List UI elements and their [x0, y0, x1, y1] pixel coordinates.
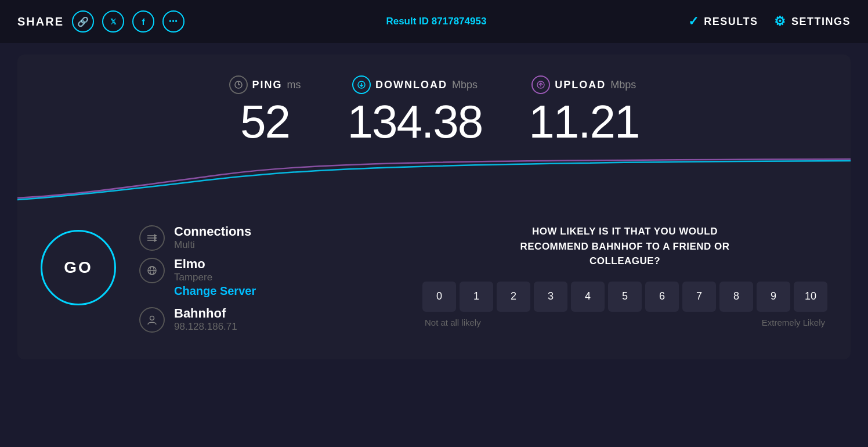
upload-value: 11.21 [529, 99, 639, 145]
server-info: Connections Multi Elmo Tampere Change Se… [139, 218, 399, 338]
stats-row: PING ms 52 DOWNLOAD Mbps 134.38 [17, 55, 851, 154]
nps-question: HOW LIKELY IS IT THAT YOU WOULD RECOMMEN… [422, 224, 827, 269]
ping-block: PING ms 52 [229, 75, 301, 145]
isp-icon [139, 307, 165, 333]
isp-label: Bahnhof [174, 306, 237, 321]
nps-7[interactable]: 7 [682, 282, 716, 312]
ping-unit: ms [287, 79, 301, 91]
nps-9[interactable]: 9 [757, 282, 790, 312]
connections-text: Connections Multi [174, 224, 251, 251]
link-icon[interactable]: 🔗 [72, 10, 94, 33]
ping-icon [229, 75, 248, 94]
top-right: ✓ RESULTS ⚙ SETTINGS [688, 14, 851, 29]
go-button[interactable]: GO [41, 230, 116, 305]
nps-1[interactable]: 1 [460, 282, 493, 312]
share-section: SHARE 🔗 𝕏 f ••• [17, 10, 185, 33]
results-icon: ✓ [688, 14, 700, 29]
go-label: GO [64, 258, 93, 277]
nps-8[interactable]: 8 [719, 282, 753, 312]
host-row: Elmo Tampere Change Server [139, 257, 399, 300]
download-value: 134.38 [348, 99, 483, 145]
nps-label-high: Extremely Likely [762, 318, 825, 327]
nps-label-low: Not at all likely [425, 318, 481, 327]
more-icon[interactable]: ••• [162, 10, 185, 33]
host-text: Elmo Tampere Change Server [174, 257, 256, 300]
download-block: DOWNLOAD Mbps 134.38 [348, 75, 483, 145]
connections-label: Connections [174, 224, 251, 239]
download-header: DOWNLOAD Mbps [352, 75, 478, 94]
results-button[interactable]: ✓ RESULTS [688, 14, 758, 29]
upload-unit: Mbps [610, 79, 636, 91]
share-label: SHARE [17, 15, 64, 28]
upload-icon [531, 75, 550, 94]
upload-label: UPLOAD [555, 79, 606, 91]
nps-labels: Not at all likely Extremely Likely [422, 318, 827, 327]
upload-header: UPLOAD Mbps [531, 75, 636, 94]
settings-button[interactable]: ⚙ SETTINGS [774, 14, 851, 29]
isp-text: Bahnhof 98.128.186.71 [174, 306, 237, 333]
facebook-icon[interactable]: f [132, 10, 154, 33]
nps-5[interactable]: 5 [608, 282, 642, 312]
nps-2[interactable]: 2 [497, 282, 530, 312]
download-label: DOWNLOAD [375, 79, 447, 91]
isp-row: Bahnhof 98.128.186.71 [139, 306, 399, 333]
nps-10[interactable]: 10 [794, 282, 827, 312]
host-location: Tampere [174, 272, 256, 283]
twitter-icon[interactable]: 𝕏 [102, 10, 124, 33]
ping-header: PING ms [229, 75, 301, 94]
host-icon [139, 258, 165, 283]
nps-4[interactable]: 4 [571, 282, 605, 312]
settings-icon: ⚙ [774, 14, 787, 29]
change-server-button[interactable]: Change Server [174, 284, 256, 298]
download-unit: Mbps [452, 79, 478, 91]
download-icon [352, 75, 371, 94]
connections-type: Multi [174, 239, 251, 251]
main-card: PING ms 52 DOWNLOAD Mbps 134.38 [17, 55, 851, 359]
speed-chart [17, 154, 851, 201]
nps-section: HOW LIKELY IS IT THAT YOU WOULD RECOMMEN… [422, 218, 827, 327]
top-bar: SHARE 🔗 𝕏 f ••• Result ID 8717874953 ✓ R… [0, 0, 868, 43]
result-id: Result ID 8717874953 [386, 16, 486, 27]
nps-0[interactable]: 0 [422, 282, 456, 312]
nps-numbers: 0 1 2 3 4 5 6 7 8 9 10 [422, 282, 827, 312]
host-label: Elmo [174, 257, 256, 272]
connections-icon [139, 225, 165, 251]
nps-3[interactable]: 3 [534, 282, 567, 312]
ping-value: 52 [240, 99, 290, 145]
bottom-content: GO Connections Multi [17, 207, 851, 359]
connections-row: Connections Multi [139, 224, 399, 251]
svg-point-12 [150, 316, 154, 320]
nps-6[interactable]: 6 [645, 282, 679, 312]
ping-label: PING [252, 79, 283, 91]
svg-marker-8 [154, 239, 157, 242]
ip-address: 98.128.186.71 [174, 321, 237, 333]
upload-block: UPLOAD Mbps 11.21 [529, 75, 639, 145]
